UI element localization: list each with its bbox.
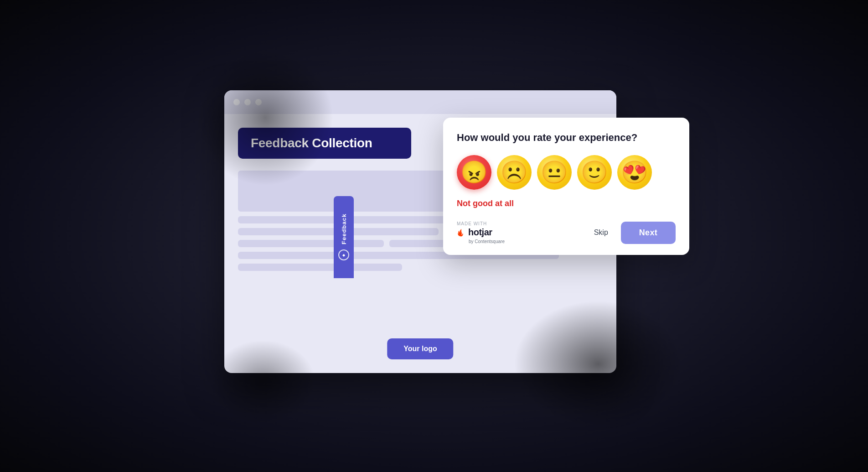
hotjar-flame-icon xyxy=(457,228,466,237)
hotjar-logo: hotjar xyxy=(457,227,505,238)
traffic-dot-1 xyxy=(233,99,240,105)
emoji-happy[interactable]: 🙂 xyxy=(577,155,612,190)
content-block-7 xyxy=(238,264,402,271)
feedback-tab-label: Feedback xyxy=(341,213,347,244)
traffic-dot-2 xyxy=(244,99,251,105)
emoji-sad[interactable]: ☹️ xyxy=(497,155,532,190)
skip-button[interactable]: Skip xyxy=(590,225,612,240)
content-block-4 xyxy=(238,240,384,247)
survey-footer: MADE WITH hotjar by Contentsquare Skip N… xyxy=(457,221,676,244)
hotjar-brand-name: hotjar xyxy=(468,227,492,238)
emoji-row: 😠 ☹️ 😐 🙂 😍 xyxy=(457,155,676,190)
your-logo-button[interactable]: Your logo xyxy=(387,338,453,359)
emoji-neutral[interactable]: 😐 xyxy=(537,155,572,190)
contentsquare-label: by Contentsquare xyxy=(469,239,505,244)
made-with-label: MADE WITH xyxy=(457,221,505,226)
next-button[interactable]: Next xyxy=(621,222,676,244)
emoji-angry[interactable]: 😠 xyxy=(457,155,491,190)
survey-actions: Skip Next xyxy=(590,222,676,244)
main-scene: Feedback Collection Feedback xyxy=(215,63,653,410)
selected-feedback-label: Not good at all xyxy=(457,199,676,208)
feedback-tab-icon xyxy=(338,249,349,260)
browser-titlebar xyxy=(224,90,616,114)
feedback-collection-title: Feedback Collection xyxy=(251,136,372,150)
made-with-section: MADE WITH hotjar by Contentsquare xyxy=(457,221,505,244)
survey-card: How would you rate your experience? 😠 ☹️… xyxy=(443,118,689,255)
feedback-side-tab[interactable]: Feedback xyxy=(334,196,354,278)
traffic-dot-3 xyxy=(255,99,262,105)
survey-question: How would you rate your experience? xyxy=(457,131,676,145)
emoji-love[interactable]: 😍 xyxy=(617,155,652,190)
feedback-collection-bar: Feedback Collection xyxy=(238,128,411,159)
